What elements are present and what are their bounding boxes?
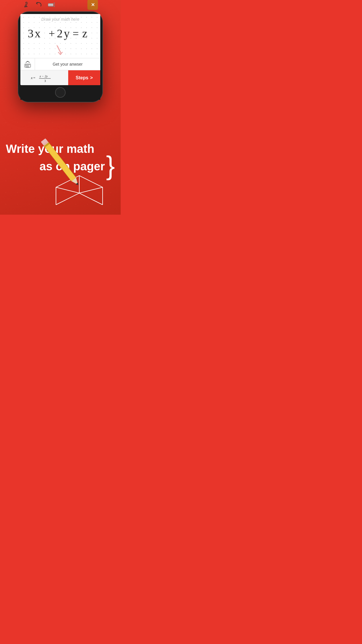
result-formula: x = z − 2y 3 (20, 73, 68, 83)
svg-rect-21 (26, 67, 29, 67)
svg-rect-20 (28, 66, 29, 66)
phone-body: Draw your math here 3x + 2y = z (18, 12, 103, 102)
phone-bottom-bar (20, 85, 100, 100)
math-expression: 3x + 2y = z (24, 23, 96, 43)
svg-rect-3 (48, 5, 53, 6)
svg-text:z − 2y: z − 2y (39, 74, 48, 78)
tagline-brace-text: } (106, 151, 115, 180)
svg-text:z: z (82, 27, 89, 40)
svg-text:3x: 3x (28, 27, 42, 40)
get-answer-button[interactable]: Get your anwser (35, 58, 100, 70)
result-area: x = z − 2y 3 Steps > (20, 70, 100, 85)
phone-screen: Draw your math here 3x + 2y = z (20, 14, 100, 85)
svg-rect-17 (29, 64, 30, 65)
svg-point-1 (27, 2, 28, 3)
svg-text:3: 3 (44, 79, 46, 83)
recognition-arrow (24, 43, 96, 55)
eraser-icon[interactable] (47, 1, 55, 9)
clear-icon[interactable] (23, 1, 31, 9)
toolbar-left-icons (23, 1, 55, 9)
close-label: ✕ (91, 2, 95, 8)
steps-button[interactable]: Steps > (68, 70, 100, 85)
svg-rect-19 (27, 66, 27, 66)
svg-rect-15 (27, 64, 27, 65)
svg-rect-14 (25, 64, 26, 65)
svg-text:+: + (49, 27, 56, 40)
close-button[interactable]: ✕ (87, 0, 98, 10)
draw-bottom-bar: Get your anwser (20, 58, 100, 70)
steps-arrow: > (90, 75, 93, 80)
svg-text:2y: 2y (57, 27, 71, 40)
steps-label: Steps (76, 75, 89, 80)
svg-text:=: = (33, 76, 35, 80)
keyboard-toggle[interactable] (20, 58, 35, 70)
draw-placeholder: Draw your math here (24, 17, 96, 22)
svg-text:x: x (31, 76, 33, 80)
draw-area[interactable]: Draw your math here 3x + 2y = z (20, 14, 100, 58)
get-answer-label: Get your anwser (53, 62, 83, 66)
tagline-brace: } (106, 155, 115, 177)
phone-toolbar: ✕ (18, 0, 103, 12)
svg-text:=: = (73, 27, 80, 40)
phone-mockup: ✕ Draw your math here 3x + 2y (18, 0, 103, 102)
home-button[interactable] (55, 87, 66, 98)
svg-rect-18 (25, 66, 26, 66)
undo-icon[interactable] (35, 1, 43, 9)
svg-rect-16 (28, 64, 29, 65)
